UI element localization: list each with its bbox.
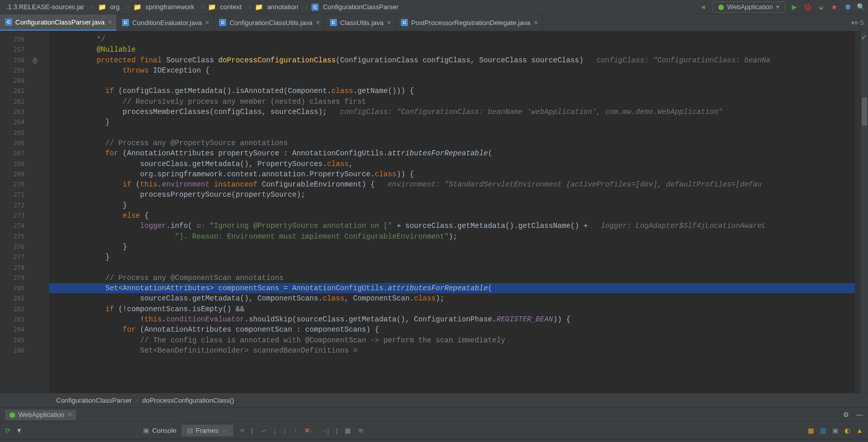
line-number[interactable]: 282 — [0, 304, 25, 314]
gutter-mark[interactable] — [33, 242, 49, 252]
close-icon[interactable]: ✕ — [534, 19, 538, 26]
coverage-icon[interactable]: ⬙ — [817, 3, 825, 11]
gutter-mark[interactable] — [33, 86, 49, 96]
line-number[interactable]: 263 — [0, 107, 25, 117]
gutter-mark[interactable] — [33, 97, 49, 107]
code-line[interactable]: if (this.environment instanceof Configur… — [49, 179, 855, 190]
line-number[interactable]: 276 — [0, 242, 25, 252]
editor-tab[interactable]: CPostProcessorRegistrationDelegate.java✕ — [396, 14, 542, 31]
memory-icon[interactable]: ◐ — [845, 427, 850, 434]
crumb[interactable]: context — [217, 2, 245, 12]
evaluate-icon[interactable]: ▦ — [345, 427, 351, 434]
code-line[interactable] — [49, 263, 855, 273]
gutter-mark[interactable] — [33, 273, 49, 283]
code-line[interactable]: @Nullable — [49, 44, 855, 55]
gutter-mark[interactable] — [33, 128, 49, 138]
line-number[interactable]: 258 — [0, 55, 25, 65]
run-icon[interactable]: ▶ — [790, 3, 799, 11]
stop-icon[interactable]: ■ — [830, 3, 838, 11]
gutter-mark[interactable] — [33, 345, 49, 356]
line-number[interactable]: 257 — [0, 44, 25, 55]
code-line[interactable]: !this.conditionEvaluator.shouldSkip(sour… — [49, 314, 855, 324]
minimize-icon[interactable]: — — [856, 411, 863, 418]
line-number[interactable]: 261 — [0, 86, 25, 96]
close-icon[interactable]: ✕ — [108, 19, 112, 26]
line-number[interactable]: 272 — [0, 200, 25, 211]
code-line[interactable]: // Process any @ComponentScan annotation… — [49, 273, 855, 283]
gutter-mark[interactable] — [33, 179, 49, 190]
line-number[interactable]: 270 — [0, 179, 25, 190]
gutter-mark[interactable] — [33, 169, 49, 179]
console-tab[interactable]: ▣ Console — [138, 425, 182, 436]
line-number[interactable]: 265 — [0, 128, 25, 138]
overhead-icon[interactable]: ▲ — [856, 427, 863, 434]
crumb[interactable]: org — [107, 2, 123, 12]
editor-tab[interactable]: CConfigurationClassParser.java✕ — [0, 14, 117, 31]
line-number[interactable]: 285 — [0, 335, 25, 345]
step-over-icon[interactable]: ⤻ — [260, 427, 266, 434]
gutter-mark[interactable] — [33, 263, 49, 273]
code-line[interactable]: logger.info( o: "Ignoring @PropertySourc… — [49, 221, 855, 231]
crumb[interactable]: annotation — [264, 2, 301, 12]
code-line[interactable]: } — [49, 117, 855, 127]
gutter-mark[interactable] — [33, 190, 49, 200]
error-stripe[interactable] — [855, 31, 861, 393]
code-line[interactable]: } — [49, 242, 855, 252]
code-line[interactable]: processPropertySource(propertySource); — [49, 190, 855, 200]
run-configuration-selector[interactable]: ⬢ WebApplication ▾ — [712, 2, 785, 13]
gutter-mark[interactable] — [33, 138, 49, 148]
scroll-thumb[interactable] — [862, 98, 867, 126]
code-line[interactable]: } — [49, 200, 855, 211]
gutter-mark[interactable] — [33, 34, 49, 44]
editor-tab[interactable]: CConfigurationClassUtils.java✕ — [214, 14, 325, 31]
code-line[interactable]: // The config class is annotated with @C… — [49, 335, 855, 345]
line-number[interactable]: 267 — [0, 148, 25, 158]
line-number-gutter[interactable]: 2562572582592602612622632642652662672682… — [0, 31, 29, 393]
run-to-cursor-icon[interactable]: →| — [321, 427, 329, 434]
show-execution-point-icon[interactable]: ≡ — [240, 427, 245, 434]
line-number[interactable]: 264 — [0, 117, 25, 127]
gutter-mark[interactable] — [33, 148, 49, 158]
gutter-mark[interactable] — [33, 231, 49, 242]
gutter-marks[interactable]: @ — [29, 31, 49, 393]
line-number[interactable]: 280 — [0, 283, 25, 293]
line-number[interactable]: 269 — [0, 169, 25, 179]
pin-icon[interactable]: → — [222, 427, 228, 434]
drop-frame-icon[interactable]: ✖↓ — [304, 427, 314, 434]
step-into-icon[interactable]: ↓ — [273, 427, 277, 434]
code-line[interactable]: else { — [49, 211, 855, 221]
gutter-mark[interactable] — [33, 252, 49, 262]
crumb-class[interactable]: ConfigurationClassParser — [56, 397, 132, 404]
gutter-mark[interactable] — [33, 221, 49, 231]
line-number[interactable]: 281 — [0, 293, 25, 304]
crumb[interactable]: .1.3.RELEASE-sources.jar — [3, 2, 87, 12]
code-line[interactable]: Set<AnnotationAttributes> componentScans… — [49, 283, 855, 293]
gutter-mark[interactable] — [33, 314, 49, 324]
gear-icon[interactable]: ⚙ — [843, 411, 849, 418]
code-line[interactable]: processMemberClasses(configClass, source… — [49, 107, 855, 117]
layout-icon[interactable]: ▥ — [820, 427, 826, 434]
code-line[interactable]: // Process any @PropertySource annotatio… — [49, 138, 855, 148]
code-line[interactable]: throws IOException { — [49, 65, 855, 76]
line-number[interactable]: 273 — [0, 211, 25, 221]
breadcrumbs[interactable]: .1.3.RELEASE-sources.jar› 📁org› 📁springf… — [3, 2, 402, 12]
gutter-mark[interactable] — [33, 65, 49, 76]
code-line[interactable]: if (!componentScans.isEmpty() && — [49, 304, 855, 314]
line-number[interactable]: 266 — [0, 138, 25, 148]
gutter-mark[interactable] — [33, 304, 49, 314]
layout-icon[interactable]: ▣ — [832, 427, 838, 434]
gutter-mark[interactable]: @ — [33, 55, 49, 65]
code-line[interactable]: for (AnnotationAttributes propertySource… — [49, 148, 855, 158]
trace-icon[interactable]: ≋ — [358, 427, 364, 434]
layout-icon[interactable]: ▦ — [808, 427, 814, 434]
line-number[interactable]: 283 — [0, 314, 25, 324]
gutter-mark[interactable] — [33, 44, 49, 55]
line-number[interactable]: 275 — [0, 231, 25, 242]
code-line[interactable]: // Recursively process any member (neste… — [49, 97, 855, 107]
code-line[interactable]: org.springframework.context.annotation.P… — [49, 169, 855, 179]
line-number[interactable]: 286 — [0, 345, 25, 356]
crumb[interactable]: ConfigurationClassParser — [320, 2, 401, 12]
close-icon[interactable]: ✕ — [387, 19, 391, 26]
step-out-icon[interactable]: ↑ — [294, 427, 298, 434]
gutter-mark[interactable] — [33, 200, 49, 211]
